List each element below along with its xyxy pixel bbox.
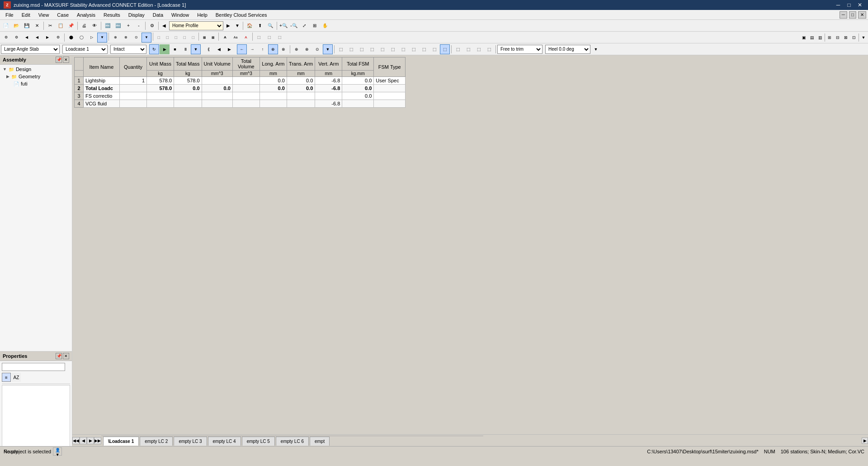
table-cell[interactable] xyxy=(342,100,374,108)
table-cell[interactable]: 1 xyxy=(75,77,84,85)
tb3-angle3[interactable]: ⬚ xyxy=(474,44,484,54)
grid-btn1[interactable]: ⊞ xyxy=(826,34,833,41)
table-cell[interactable]: 0.0 xyxy=(342,92,374,100)
table-cell[interactable] xyxy=(120,100,147,108)
tb2-right1[interactable]: ⬚ xyxy=(254,33,264,43)
tb3-btn19[interactable]: ⬚ xyxy=(429,44,439,54)
tab-item[interactable]: empty LC 4 xyxy=(208,437,241,446)
view-btn6[interactable]: ⊗ xyxy=(121,33,131,43)
back-btn[interactable]: ◀ xyxy=(160,21,168,31)
tb3-btn17[interactable]: ⬚ xyxy=(409,44,419,54)
table-cell[interactable]: -6.8 xyxy=(315,100,342,108)
font-size-btn[interactable]: Aa xyxy=(231,33,241,43)
properties-search-input[interactable] xyxy=(2,363,65,371)
table-cell[interactable]: VCG fluid xyxy=(84,100,120,108)
tb3-btn9[interactable]: ▼ xyxy=(323,44,333,54)
dock-btn2[interactable]: ▤ xyxy=(808,34,816,41)
tb3-btn12[interactable]: ⬚ xyxy=(357,44,367,54)
zoom-fit-btn[interactable]: ⤢ xyxy=(299,21,309,31)
view-btn5[interactable]: ⊕ xyxy=(110,33,120,43)
table-row[interactable]: 2Total Loadc578.00.00.00.00.0-6.80.0 xyxy=(75,85,406,92)
tb2-extra7[interactable]: ▦ xyxy=(209,33,217,43)
table-cell[interactable]: 0.0 xyxy=(174,85,202,92)
view-btn1[interactable]: ⬤ xyxy=(66,33,76,43)
tb3-btn20[interactable]: ⬚ xyxy=(440,44,450,54)
table-cell[interactable]: 578.0 xyxy=(174,77,202,85)
table-cell[interactable] xyxy=(259,92,287,100)
open-btn[interactable]: 📂 xyxy=(11,21,21,31)
app-maximize-btn[interactable]: □ xyxy=(844,1,854,9)
menu-window[interactable]: Window xyxy=(168,10,193,20)
profile-select[interactable]: Home Profile xyxy=(169,21,223,30)
tree-item-design[interactable]: ▼ 📁 Design xyxy=(1,66,71,73)
menu-analysis[interactable]: Analysis xyxy=(73,10,99,20)
table-cell[interactable]: 2 xyxy=(75,85,84,92)
table-cell[interactable] xyxy=(315,92,342,100)
menu-help[interactable]: Help xyxy=(193,10,211,20)
assembly-pin-btn[interactable]: 📌 xyxy=(56,57,62,63)
tb2-extra3[interactable]: ⬚ xyxy=(172,33,180,43)
sort-desc-btn[interactable]: 🔤 xyxy=(113,21,123,31)
tb3-angle1[interactable]: ⬚ xyxy=(453,44,463,54)
grid-btn4[interactable]: ⊡ xyxy=(850,34,858,41)
table-cell[interactable] xyxy=(174,92,202,100)
props-alpha-btn[interactable]: AZ xyxy=(12,373,21,382)
table-cell[interactable]: 0.0 xyxy=(259,77,287,85)
tab-arrow-right[interactable]: ▶ xyxy=(862,437,868,444)
tab-item[interactable]: empty LC 6 xyxy=(276,437,309,446)
table-cell[interactable]: FS correctio xyxy=(84,92,120,100)
tb3-btn3[interactable]: ↑ xyxy=(258,44,268,54)
menu-data[interactable]: Data xyxy=(149,10,167,20)
table-cell[interactable] xyxy=(232,85,259,92)
table-cell[interactable]: 0.0 xyxy=(342,77,374,85)
table-cell[interactable] xyxy=(232,100,259,108)
color-btn[interactable]: A xyxy=(241,33,251,43)
sub-minimize-btn[interactable]: ─ xyxy=(840,11,847,19)
sub-restore-btn[interactable]: □ xyxy=(849,11,856,19)
copy-btn[interactable]: 📋 xyxy=(56,21,66,31)
sort-btn[interactable]: 🔤 xyxy=(103,21,113,31)
table-cell[interactable]: 0.0 xyxy=(287,85,315,92)
tab-scroll-next-btn[interactable]: ▶ xyxy=(87,437,94,444)
tb2-btn3[interactable]: ◀ xyxy=(22,33,32,43)
props-pin-btn[interactable]: 📌 xyxy=(56,353,62,359)
free-to-trim-select[interactable]: Free to trim xyxy=(497,45,542,54)
heel-dropdown-btn[interactable]: ▼ xyxy=(591,44,601,54)
run-btn[interactable]: ▶ xyxy=(160,44,170,54)
tab-item[interactable]: empty LC 3 xyxy=(174,437,207,446)
zoom-in-btn[interactable]: +🔍 xyxy=(278,21,288,31)
props-close-btn[interactable]: ✕ xyxy=(63,353,69,359)
table-cell[interactable]: Lightship xyxy=(84,77,120,85)
grid-btn2[interactable]: ⊟ xyxy=(834,34,841,41)
nav-right1[interactable]: ▶ xyxy=(224,44,234,54)
tb2-extra4[interactable]: ⬚ xyxy=(180,33,189,43)
table-cell[interactable] xyxy=(202,100,232,108)
props-categorized-btn[interactable]: ≡ xyxy=(2,373,11,382)
tb3-btn10[interactable]: ⬚ xyxy=(336,44,346,54)
tb2-extra6[interactable]: ▦ xyxy=(200,33,208,43)
grid-btn3[interactable]: ⊠ xyxy=(842,34,849,41)
app-minimize-btn[interactable]: ─ xyxy=(834,1,843,9)
table-cell[interactable]: Total Loadc xyxy=(84,85,120,92)
table-cell[interactable]: -6.8 xyxy=(315,77,342,85)
table-row[interactable]: 3FS correctio0.0 xyxy=(75,92,406,100)
add-col-btn[interactable]: + xyxy=(123,21,133,31)
table-cell[interactable] xyxy=(120,85,147,92)
tab-item[interactable]: empty LC 5 xyxy=(242,437,275,446)
tab-scroll-prev-btn[interactable]: ◀ xyxy=(80,437,87,444)
table-cell[interactable]: 0.0 xyxy=(259,85,287,92)
table-cell[interactable] xyxy=(202,77,232,85)
tb3-btn18[interactable]: ⬚ xyxy=(419,44,429,54)
data-table-container[interactable]: Item Name Quantity Unit Mass Total Mass … xyxy=(72,55,868,434)
table-cell[interactable] xyxy=(287,92,315,100)
menu-bentley[interactable]: Bentley Cloud Services xyxy=(212,10,271,20)
tb3-btn11[interactable]: ⬚ xyxy=(346,44,356,54)
extra-btn[interactable]: ▼ xyxy=(860,34,867,41)
tab-scroll-left-btn[interactable]: ◀◀ xyxy=(72,437,80,444)
home-btn[interactable]: 🏠 xyxy=(245,21,255,31)
condition-select[interactable]: Intact xyxy=(110,45,146,54)
zoom-all-btn[interactable]: ⊞ xyxy=(310,21,320,31)
tab-item[interactable]: empty LC 2 xyxy=(140,437,173,446)
menu-edit[interactable]: Edit xyxy=(18,10,34,20)
tb3-btn16[interactable]: ⬚ xyxy=(398,44,408,54)
